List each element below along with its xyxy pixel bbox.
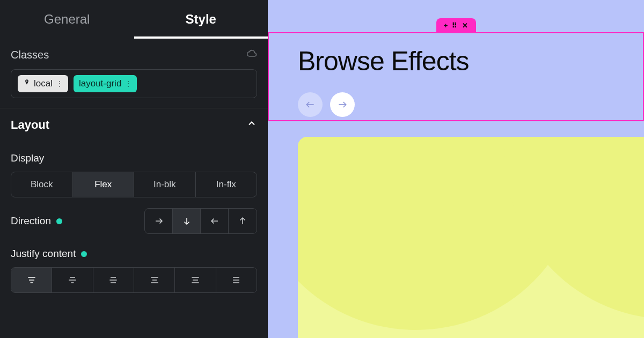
panel-tabs: General Style: [0, 0, 268, 39]
tab-general[interactable]: General: [0, 0, 134, 39]
layout-title: Layout: [11, 118, 49, 132]
chip-menu-icon[interactable]: ⋮: [56, 79, 63, 88]
cloud-icon[interactable]: [246, 48, 257, 62]
display-option-inflx[interactable]: In-flx: [196, 172, 257, 197]
chip-local-label: local: [34, 78, 53, 89]
selection-toolbar[interactable]: + ⠿ ✕: [436, 18, 476, 32]
classes-label: Classes: [11, 49, 49, 61]
justify-center[interactable]: [52, 268, 93, 292]
layout-header[interactable]: Layout: [11, 118, 257, 132]
carousel-nav: [298, 92, 355, 117]
close-icon[interactable]: ✕: [462, 21, 468, 30]
justify-end[interactable]: [93, 268, 134, 292]
chip-menu-icon[interactable]: ⋮: [125, 79, 131, 88]
add-icon[interactable]: +: [444, 21, 448, 30]
justify-label: Justify content: [11, 248, 76, 260]
tab-style[interactable]: Style: [134, 0, 268, 39]
classes-section: Classes local ⋮ layout-grid ⋮: [0, 39, 268, 108]
indicator-dot-icon: [56, 218, 62, 224]
style-panel: General Style Classes local ⋮ layout-gri…: [0, 0, 268, 338]
justify-around[interactable]: [175, 268, 216, 292]
justify-start[interactable]: [11, 268, 52, 292]
direction-up[interactable]: [229, 209, 257, 233]
pin-icon: [23, 78, 31, 89]
nav-prev-button[interactable]: [298, 92, 323, 117]
chevron-up-icon: [246, 118, 257, 132]
design-canvas[interactable]: + ⠿ ✕ Browse Effects: [268, 0, 644, 338]
justify-evenly[interactable]: [216, 268, 257, 292]
direction-row: Direction: [11, 208, 257, 234]
canvas-graphic[interactable]: [298, 137, 644, 338]
display-label: Display: [11, 152, 257, 164]
direction-left[interactable]: [201, 209, 229, 233]
justify-between[interactable]: [134, 268, 175, 292]
indicator-dot-icon: [81, 251, 87, 257]
display-option-flex[interactable]: Flex: [73, 172, 135, 197]
direction-label-wrap: Direction: [11, 215, 62, 227]
display-option-inblk[interactable]: In-blk: [134, 172, 196, 197]
class-chip-local[interactable]: local ⋮: [18, 75, 68, 92]
nav-next-button[interactable]: [330, 92, 355, 117]
drag-handle-icon[interactable]: ⠿: [452, 21, 458, 30]
justify-segmented: [11, 267, 257, 293]
direction-down[interactable]: [173, 209, 201, 233]
layout-section: Layout Display Block Flex In-blk In-flx …: [0, 108, 268, 297]
class-chip-layout-grid[interactable]: layout-grid ⋮: [74, 75, 137, 92]
display-segmented: Block Flex In-blk In-flx: [11, 172, 257, 197]
canvas-heading[interactable]: Browse Effects: [298, 46, 469, 77]
direction-label: Direction: [11, 215, 51, 227]
justify-label-wrap: Justify content: [11, 248, 257, 260]
direction-segmented: [144, 208, 257, 234]
chip-tag-label: layout-grid: [79, 78, 121, 89]
classes-input-row[interactable]: local ⋮ layout-grid ⋮: [11, 69, 257, 98]
classes-title-row: Classes: [11, 48, 257, 62]
display-option-block[interactable]: Block: [11, 172, 73, 197]
direction-right[interactable]: [145, 209, 173, 233]
